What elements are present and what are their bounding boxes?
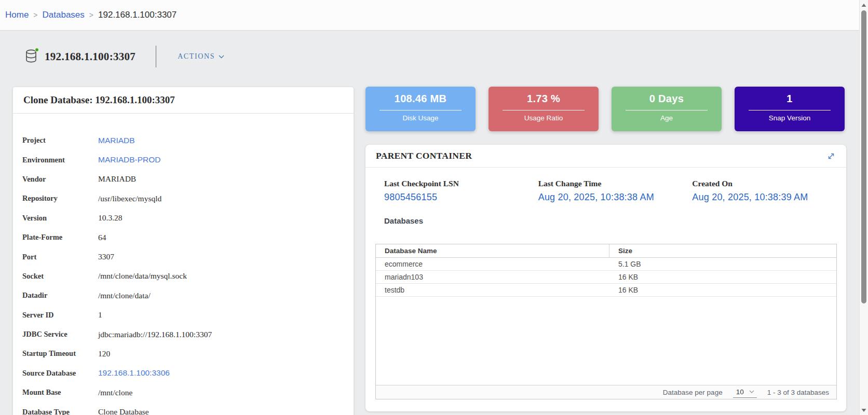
property-value: 10.3.28	[98, 213, 123, 223]
scrollbar-thumb[interactable]	[861, 10, 866, 303]
property-value: Clone Database	[98, 407, 149, 415]
property-row-repository: Repository /usr/libexec/mysqld	[22, 189, 343, 208]
database-name-cell: mariadn103	[376, 271, 609, 283]
property-label: Plate-Forme	[22, 233, 98, 242]
property-label: Repository	[22, 194, 98, 203]
created-on: Created On Aug 20, 2025, 10:38:39 AM	[692, 179, 846, 203]
chevron-down-icon	[749, 390, 754, 394]
size-cell: 16 KB	[609, 271, 836, 283]
column-header-size[interactable]: Size	[609, 244, 836, 257]
property-label: Environment	[22, 156, 98, 164]
status-online-dot	[35, 48, 39, 52]
table-row[interactable]: ecommerce 5.1 GB	[376, 258, 836, 271]
page-title: 192.168.1.100:3307	[45, 50, 135, 63]
expand-icon	[826, 151, 836, 161]
table-row[interactable]: testdb 16 KB	[376, 284, 836, 297]
property-row-database-type: Database Type Clone Database	[22, 402, 343, 415]
property-label: Version	[22, 214, 98, 223]
breadcrumb-separator: >	[89, 11, 93, 19]
last-checkpoint-lsn: Last Checkpoint LSN 9805456155	[384, 179, 538, 203]
actions-label: ACTIONS	[178, 52, 215, 61]
property-label: Server ID	[22, 311, 98, 320]
property-label: Port	[22, 253, 98, 261]
breadcrumb-databases-link[interactable]: Databases	[43, 10, 85, 20]
size-cell: 16 KB	[609, 284, 836, 296]
property-label: Vendor	[22, 175, 98, 184]
property-label: Source Database	[22, 369, 98, 378]
age-card: 0 Days Age	[612, 87, 722, 131]
property-row-project: Project MARIADB	[22, 131, 343, 150]
property-value: /mnt/clone	[98, 388, 132, 397]
breadcrumb-home-link[interactable]: Home	[5, 10, 29, 20]
property-label: Project	[22, 136, 98, 145]
parent-container-panel: PARENT CONTAINER Last Checkpoint LSN 980…	[365, 145, 846, 411]
expand-button[interactable]	[826, 151, 836, 161]
property-label: Socket	[22, 272, 98, 281]
scroll-down-arrow-icon[interactable]	[861, 408, 866, 412]
column-header-database-name[interactable]: Database Name	[376, 244, 609, 257]
info-label: Last Checkpoint LSN	[384, 179, 538, 188]
property-row-version: Version 10.3.28	[22, 209, 343, 228]
property-row-mount-base: Mount Base /mnt/clone	[22, 383, 343, 402]
last-change-time: Last Change Time Aug 20, 2025, 10:38:38 …	[538, 179, 693, 203]
pagination-range-label: 1 - 3 of 3 databases	[767, 389, 829, 396]
info-value: Aug 20, 2025, 10:38:39 AM	[692, 192, 846, 203]
info-value: Aug 20, 2025, 10:38:38 AM	[538, 192, 693, 203]
property-row-port: Port 3307	[22, 247, 343, 266]
entity-header: 192.168.1.100:3307 ACTIONS	[25, 46, 224, 67]
property-value: 64	[98, 233, 106, 242]
header-divider	[156, 46, 156, 67]
card-divider	[626, 110, 708, 110]
project-link[interactable]: MARIADB	[98, 136, 135, 145]
property-value: /usr/libexec/mysqld	[98, 194, 161, 203]
property-row-source-database: Source Database 192.168.1.100:3306	[22, 364, 343, 383]
vertical-scrollbar[interactable]	[859, 0, 868, 415]
age-label: Age	[612, 114, 722, 122]
clone-database-panel: Clone Database: 192.168.1.100:3307 Proje…	[13, 87, 354, 415]
card-divider	[379, 110, 462, 110]
snap-version-card: 1 Snap Version	[735, 87, 845, 131]
property-value: 3307	[98, 252, 114, 261]
property-row-server-id: Server ID 1	[22, 306, 343, 325]
usage-ratio-card: 1.73 % Usage Ratio	[489, 87, 599, 131]
property-row-jdbc-service: JDBC Service jdbc:mariadb://192.168.1.10…	[22, 325, 343, 344]
table-empty-area	[376, 297, 836, 385]
table-pagination: Database per page 10 1 - 3 of 3 database…	[376, 385, 836, 399]
breadcrumb-separator: >	[33, 11, 37, 19]
property-value: /mnt/clone/data/	[98, 291, 151, 300]
database-name-cell: ecommerce	[376, 258, 609, 270]
property-row-startup-timeout: Startup Timeout 120	[22, 344, 343, 363]
info-label: Created On	[692, 179, 846, 188]
property-label: Datadir	[22, 291, 98, 300]
disk-usage-card: 108.46 MB Disk Usage	[365, 87, 476, 131]
property-label: Mount Base	[22, 388, 98, 397]
environment-link[interactable]: MARIADB-PROD	[98, 155, 161, 164]
per-page-value: 10	[736, 388, 744, 396]
card-divider	[503, 110, 585, 110]
breadcrumb-current-page: 192.168.1.100:3307	[98, 10, 177, 20]
per-page-label: Database per page	[663, 389, 723, 396]
per-page-select[interactable]: 10	[733, 387, 757, 398]
property-label: Database Type	[22, 408, 98, 415]
property-value: MARIADB	[98, 174, 136, 184]
usage-ratio-value: 1.73 %	[489, 93, 599, 105]
property-value: 1	[98, 310, 102, 320]
age-value: 0 Days	[612, 93, 722, 105]
database-name-cell: testdb	[376, 284, 609, 296]
clone-panel-title: Clone Database: 192.168.1.100:3307	[13, 87, 354, 114]
source-database-link[interactable]: 192.168.1.100:3306	[98, 368, 170, 378]
actions-dropdown-button[interactable]: ACTIONS	[178, 52, 224, 61]
scroll-up-arrow-icon[interactable]	[861, 3, 866, 7]
table-row[interactable]: mariadn103 16 KB	[376, 271, 836, 284]
usage-ratio-label: Usage Ratio	[489, 114, 599, 122]
snap-version-value: 1	[735, 93, 845, 105]
databases-table: Database Name Size ecommerce 5.1 GB mari…	[375, 244, 837, 399]
property-row-datadir: Datadir /mnt/clone/data/	[22, 286, 343, 305]
info-value: 9805456155	[384, 192, 538, 203]
parent-container-header: PARENT CONTAINER	[365, 145, 846, 168]
disk-usage-label: Disk Usage	[365, 114, 476, 122]
table-header-row: Database Name Size	[376, 244, 836, 258]
card-divider	[749, 110, 831, 110]
snap-version-label: Snap Version	[735, 114, 845, 122]
database-icon	[25, 49, 38, 64]
